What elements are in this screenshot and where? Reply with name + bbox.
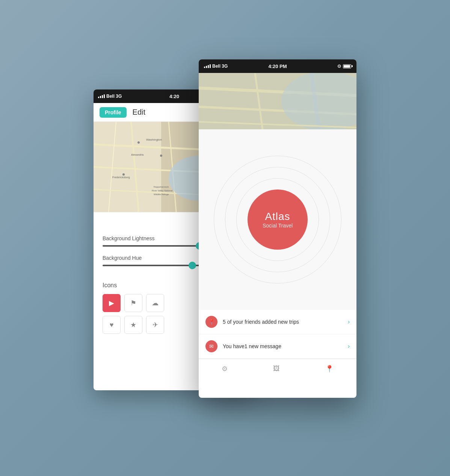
status-bar-front: Bell 3G 4:20 PM ⊙: [199, 59, 356, 73]
carrier-back: Bell 3G: [106, 94, 122, 99]
notif-trips-chevron: ›: [348, 318, 350, 325]
signal-icon-back: [98, 94, 105, 98]
battery-icon: [343, 64, 351, 68]
tab-bar: ⚙ 🖼 📍: [199, 359, 356, 378]
icon-cloud[interactable]: ☁: [146, 294, 164, 312]
notif-message[interactable]: ✉ You have1 new message ›: [199, 334, 356, 359]
gallery-icon: 🖼: [273, 365, 280, 373]
tab-location[interactable]: 📍: [325, 365, 334, 373]
time-front: 4:20 PM: [268, 64, 287, 69]
edit-title: Edit: [133, 108, 145, 117]
clock-icon: ⊙: [337, 64, 341, 69]
map-svg-front: [199, 73, 356, 129]
signal-icon-front: [204, 64, 211, 68]
icon-play[interactable]: ▶: [103, 294, 121, 312]
map-area-front: [199, 73, 356, 129]
svg-text:Wildlife Refuge: Wildlife Refuge: [154, 193, 169, 196]
settings-icon: ⚙: [222, 365, 228, 373]
tab-settings[interactable]: ⚙: [222, 365, 228, 373]
svg-text:River Valley National: River Valley National: [152, 189, 172, 192]
icon-heart[interactable]: ♥: [103, 316, 121, 334]
notif-trips-icon: 📍: [205, 316, 217, 328]
icon-flag[interactable]: ⚑: [124, 294, 142, 312]
atlas-center-circle: Atlas Social Travel: [248, 189, 308, 250]
icon-star[interactable]: ★: [124, 316, 142, 334]
svg-point-9: [137, 141, 140, 144]
notif-trips[interactable]: 📍 5 of your friends added new trips ›: [199, 310, 356, 334]
status-right-icons: ⊙: [337, 64, 351, 69]
notif-trips-text: 5 of your friends added new trips: [223, 319, 343, 325]
location-icon: 📍: [325, 365, 334, 373]
notifications-panel: 📍 5 of your friends added new trips › ✉ …: [199, 310, 356, 359]
svg-text:Rappahannock: Rappahannock: [154, 186, 169, 188]
carrier-front: Bell 3G: [212, 64, 228, 69]
svg-text:Alexandria: Alexandria: [131, 153, 143, 156]
scene: Bell 3G 4:20 Profile Edit: [94, 59, 356, 417]
phone-front: Bell 3G 4:20 PM ⊙: [199, 59, 356, 398]
atlas-main-area: Atlas Social Travel: [199, 129, 356, 310]
notif-message-icon: ✉: [205, 340, 217, 352]
time-back: 4:20: [169, 94, 179, 99]
svg-point-10: [160, 155, 162, 157]
notif-message-text: You have1 new message: [223, 343, 343, 349]
circles-container: Atlas Social Travel: [214, 156, 341, 283]
svg-point-11: [122, 173, 125, 176]
profile-button[interactable]: Profile: [100, 107, 127, 118]
notif-message-chevron: ›: [348, 343, 350, 350]
hue-thumb[interactable]: [189, 262, 196, 269]
tab-gallery[interactable]: 🖼: [273, 365, 280, 373]
svg-rect-29: [199, 73, 356, 129]
atlas-subtitle: Social Travel: [263, 223, 293, 229]
atlas-app-name: Atlas: [265, 211, 290, 223]
icon-plane[interactable]: ✈: [146, 316, 164, 334]
svg-text:Washington: Washington: [146, 138, 162, 141]
svg-text:Fredericksburg: Fredericksburg: [112, 176, 130, 179]
